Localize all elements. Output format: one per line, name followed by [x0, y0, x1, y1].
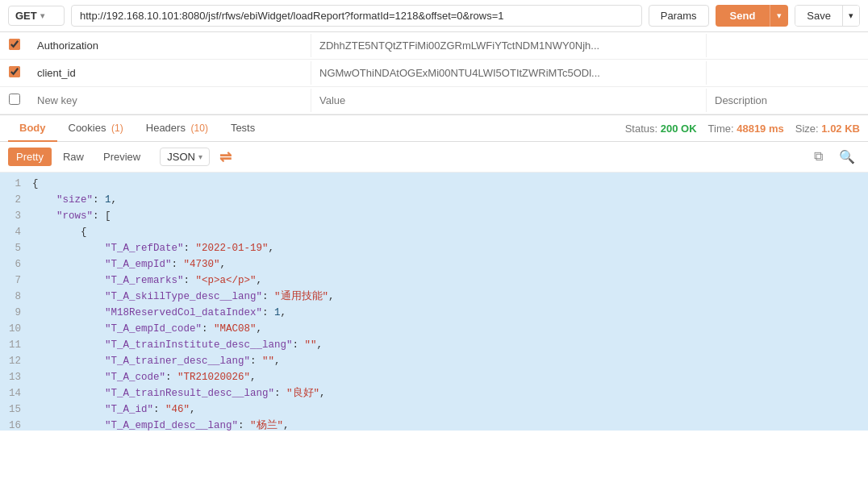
size-value: 1.02 KB: [821, 123, 860, 135]
line-content: "T_A_empId_code": "MAC08",: [29, 321, 262, 337]
json-line: 2 "size": 1,: [0, 192, 868, 208]
response-status: Status: 200 OK Time: 48819 ms Size: 1.02…: [625, 123, 860, 135]
header-key-new[interactable]: [29, 89, 311, 112]
line-number: 16: [0, 418, 29, 431]
line-number: 5: [0, 240, 29, 256]
header-value-authorization[interactable]: [311, 34, 707, 57]
json-line: 4 {: [0, 224, 868, 240]
line-number: 3: [0, 208, 29, 224]
save-btn-group: Save ▾: [795, 5, 860, 27]
line-content: {: [29, 224, 87, 240]
json-line: 8 "T_A_skillType_desc__lang": "通用技能",: [0, 289, 868, 305]
line-content: "size": 1,: [29, 192, 117, 208]
body-tab-pretty[interactable]: Pretty: [8, 148, 52, 166]
body-tab-raw[interactable]: Raw: [55, 148, 92, 166]
header-checkbox-new[interactable]: [9, 94, 20, 105]
line-content: "T_A_trainInstitute_desc__lang": "",: [29, 337, 323, 353]
json-line: 3 "rows": [: [0, 208, 868, 224]
format-chevron-icon: ▾: [198, 152, 202, 161]
send-button[interactable]: Send: [716, 5, 770, 27]
format-select[interactable]: JSON ▾: [160, 148, 210, 166]
tab-cookies[interactable]: Cookies (1): [57, 115, 135, 142]
line-number: 6: [0, 256, 29, 272]
json-line: 5 "T_A_refDate": "2022-01-19",: [0, 240, 868, 256]
line-content: "T_A_skillType_desc__lang": "通用技能",: [29, 289, 335, 305]
line-number: 9: [0, 305, 29, 321]
header-key-authorization[interactable]: [29, 34, 311, 57]
send-dropdown-button[interactable]: ▾: [770, 5, 788, 27]
header-desc-client-id[interactable]: [707, 61, 868, 85]
size-label: Size: 1.02 KB: [795, 123, 860, 135]
line-number: 15: [0, 401, 29, 418]
search-icon[interactable]: 🔍: [834, 147, 860, 167]
json-line: 12 "T_A_trainer_desc__lang": "",: [0, 353, 868, 369]
headers-area: [0, 32, 868, 115]
params-button[interactable]: Params: [649, 5, 709, 27]
time-value: 48819 ms: [737, 123, 784, 135]
header-value-new[interactable]: [311, 89, 707, 112]
header-check-authorization[interactable]: [0, 32, 29, 59]
json-line: 7 "T_A_remarks": "<p>a</p>",: [0, 272, 868, 289]
line-content: "rows": [: [29, 208, 111, 224]
header-check-client-id[interactable]: [0, 60, 29, 86]
json-line: 15 "T_A_id": "46",: [0, 401, 868, 418]
method-label: GET: [15, 10, 37, 22]
line-content: "T_A_trainer_desc__lang": "",: [29, 353, 281, 369]
json-line: 10 "T_A_empId_code": "MAC08",: [0, 321, 868, 337]
json-line: 16 "T_A_empId_desc__lang": "杨兰",: [0, 418, 868, 431]
line-content: "T_A_empId": "4730",: [29, 256, 226, 272]
line-number: 1: [0, 176, 29, 192]
line-number: 12: [0, 353, 29, 369]
wrap-icon[interactable]: ⇌: [219, 148, 232, 166]
status-label: Status: 200 OK: [625, 123, 697, 135]
tab-tests[interactable]: Tests: [219, 115, 266, 142]
json-line: 6 "T_A_empId": "4730",: [0, 256, 868, 272]
line-number: 14: [0, 385, 29, 401]
save-button[interactable]: Save: [795, 6, 842, 26]
line-content: "T_A_code": "TR21020026",: [29, 369, 257, 385]
line-content: "T_A_remarks": "<p>a</p>",: [29, 272, 262, 289]
body-toolbar: Pretty Raw Preview JSON ▾ ⇌ ⧉ 🔍: [0, 142, 868, 173]
tab-body[interactable]: Body: [8, 115, 57, 142]
format-label: JSON: [167, 151, 195, 163]
json-content: 1{2 "size": 1,3 "rows": [4 {5 "T_A_refDa…: [0, 173, 868, 431]
line-number: 10: [0, 321, 29, 337]
line-number: 2: [0, 192, 29, 208]
send-btn-group: Send ▾: [716, 5, 789, 27]
json-line: 11 "T_A_trainInstitute_desc__lang": "",: [0, 337, 868, 353]
line-content: "T_A_id": "46",: [29, 401, 196, 418]
json-line: 14 "T_A_trainResult_desc__lang": "良好",: [0, 385, 868, 401]
time-label: Time: 48819 ms: [708, 123, 784, 135]
header-value-client-id[interactable]: [311, 61, 707, 85]
line-number: 7: [0, 272, 29, 289]
body-toolbar-right: ⧉ 🔍: [809, 147, 860, 167]
line-content: "M18ReservedCol_dataIndex": 1,: [29, 305, 286, 321]
url-input[interactable]: [71, 5, 642, 27]
status-value: 200 OK: [661, 123, 697, 135]
header-desc-authorization[interactable]: [707, 34, 868, 57]
line-number: 13: [0, 369, 29, 385]
tab-headers[interactable]: Headers (10): [135, 115, 219, 142]
json-line: 9 "M18ReservedCol_dataIndex": 1,: [0, 305, 868, 321]
method-chevron-icon: ▾: [40, 11, 44, 20]
line-number: 8: [0, 289, 29, 305]
save-dropdown-button[interactable]: ▾: [842, 6, 859, 26]
line-content: "T_A_empId_desc__lang": "杨兰",: [29, 418, 290, 431]
line-number: 11: [0, 337, 29, 353]
header-checkbox-client-id[interactable]: [9, 66, 20, 77]
copy-icon[interactable]: ⧉: [809, 147, 828, 167]
json-line: 13 "T_A_code": "TR21020026",: [0, 369, 868, 385]
line-number: 4: [0, 224, 29, 240]
top-bar: GET ▾ Params Send ▾ Save ▾: [0, 0, 868, 32]
headers-badge: (10): [191, 123, 208, 134]
header-check-new[interactable]: [0, 87, 29, 114]
json-line: 1{: [0, 176, 868, 192]
header-row-authorization: [0, 32, 868, 60]
body-tab-preview[interactable]: Preview: [95, 148, 148, 166]
header-checkbox-authorization[interactable]: [9, 39, 20, 50]
method-select[interactable]: GET ▾: [8, 6, 65, 26]
line-content: "T_A_trainResult_desc__lang": "良好",: [29, 385, 326, 401]
header-desc-new[interactable]: [707, 89, 868, 112]
header-key-client-id[interactable]: [29, 61, 311, 85]
line-content: "T_A_refDate": "2022-01-19",: [29, 240, 274, 256]
